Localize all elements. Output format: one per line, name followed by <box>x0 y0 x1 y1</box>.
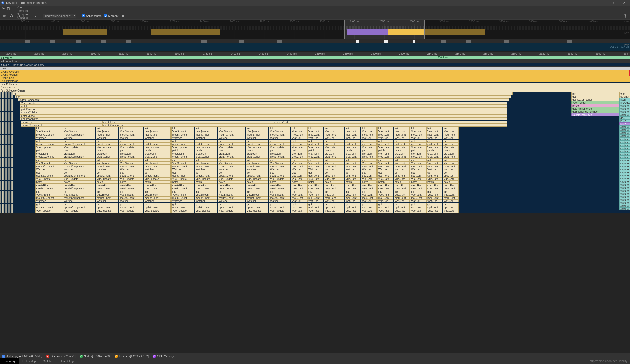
flame-cell[interactable]: capture <box>619 183 630 186</box>
flame-cell[interactable]: updat…nent <box>269 174 290 177</box>
flame-cell[interactable]: upd…ent <box>361 206 377 209</box>
flame-cell[interactable]: createElm <box>119 184 143 187</box>
flame-cell[interactable]: mou…ent <box>410 165 426 168</box>
flame-cell[interactable]: mount…nent <box>195 165 217 168</box>
flame-cell[interactable]: creat…onent <box>144 187 171 190</box>
flame-cell[interactable]: Vue._update <box>269 146 290 149</box>
flame-cell[interactable]: Vue…ate <box>377 146 393 149</box>
flame-cell[interactable]: crea…ent <box>394 155 410 158</box>
flame-cell[interactable]: Vue…unt <box>410 130 426 133</box>
flame-cell[interactable]: patch <box>307 149 323 152</box>
flame-cell[interactable]: Vue…ate <box>291 177 307 180</box>
flame-cell[interactable]: init <box>218 158 245 162</box>
flame-cell[interactable]: Watcher <box>144 136 171 139</box>
flame-cell[interactable]: Vue._update <box>269 177 290 180</box>
device-icon[interactable] <box>7 7 10 11</box>
flame-cell[interactable]: Run Microtasks <box>0 79 630 82</box>
flame-cell[interactable]: mou…ent <box>410 196 426 199</box>
flame-cell[interactable]: cre…Elm <box>377 152 393 155</box>
flame-cell[interactable]: Vue…unt <box>443 162 459 165</box>
flame-cell[interactable]: init <box>144 190 171 193</box>
flame-cell[interactable]: patch <box>218 212 245 213</box>
flame-cell[interactable]: Vue.$mount <box>144 162 171 165</box>
flame-cell[interactable]: updat…nent <box>195 174 217 177</box>
flame-cell[interactable]: patchVnode <box>20 108 507 111</box>
flame-cell[interactable]: Event: input <box>0 76 630 79</box>
flame-cell[interactable]: Wat…er <box>377 136 393 139</box>
flame-cell[interactable]: Vue.$mount <box>269 162 290 165</box>
flame-cell[interactable]: updat…nent <box>96 206 119 209</box>
flame-cell[interactable]: Vue…ate <box>361 177 377 180</box>
flame-cell[interactable]: get <box>291 203 307 206</box>
flame-cell[interactable]: cre…Elm <box>324 184 344 187</box>
flame-cell[interactable]: get <box>345 203 360 206</box>
flame-cell[interactable]: get <box>307 203 323 206</box>
flame-cell[interactable]: Vue._render <box>571 101 619 104</box>
flame-cell[interactable]: capture <box>619 156 630 159</box>
screenshots-checkbox[interactable]: Screenshots <box>82 14 101 17</box>
flame-cell[interactable]: creat…onent <box>96 155 119 158</box>
flame-cell[interactable]: creat…onent <box>119 155 143 158</box>
flame-cell[interactable]: Vue.$mount <box>269 193 290 196</box>
flame-cell[interactable]: updat…nent <box>171 143 194 146</box>
flame-cell[interactable]: get <box>35 171 63 174</box>
flame-cell[interactable]: patch <box>443 149 459 152</box>
flame-cell[interactable]: (anonymous) <box>619 95 630 98</box>
flame-cell[interactable]: Vue…ate <box>361 209 377 212</box>
flame-cell[interactable]: Vue._update <box>119 146 143 149</box>
flame-cell[interactable]: patch <box>426 149 442 152</box>
flame-cell[interactable]: updat…nent <box>144 174 171 177</box>
flame-cell[interactable]: upd…ent <box>410 206 426 209</box>
flame-cell[interactable]: Watcher <box>218 136 245 139</box>
flame-cell[interactable]: Vue…unt <box>394 162 410 165</box>
flame-cell[interactable]: Vue…ate <box>410 209 426 212</box>
flame-cell[interactable]: mountComponent <box>63 133 95 136</box>
flame-cell[interactable]: crea…ent <box>307 187 323 190</box>
flame-cell[interactable]: crea…ent <box>345 187 360 190</box>
flame-cell[interactable]: Watcher <box>195 136 217 139</box>
flame-cell[interactable]: mount…nent <box>119 196 143 199</box>
flame-cell[interactable]: get <box>218 140 245 143</box>
flame-cell[interactable]: get <box>144 171 171 174</box>
flame-cell[interactable]: init <box>171 158 194 162</box>
flame-cell[interactable]: crea…ent <box>410 187 426 190</box>
flame-cell[interactable]: mou…ent <box>307 133 323 136</box>
flame-cell[interactable]: updateChildren <box>20 111 507 114</box>
flame-cell[interactable]: Event: textInput <box>0 73 630 76</box>
flame-cell[interactable]: patch <box>291 149 307 152</box>
flame-cell[interactable]: mount…nent <box>269 133 290 136</box>
flame-cell[interactable]: mount…nent <box>171 133 194 136</box>
flame-cell[interactable]: updat…nent <box>246 143 268 146</box>
flame-cell[interactable]: mou…ent <box>394 133 410 136</box>
reload-record-button[interactable] <box>9 14 14 18</box>
flame-cell[interactable]: mou…ent <box>394 165 410 168</box>
flame-cell[interactable]: mountComponent <box>63 196 95 199</box>
flame-cell[interactable]: Vue._update <box>218 177 245 180</box>
flame-cell[interactable]: patch <box>269 212 290 213</box>
flame-cell[interactable]: createElm <box>35 184 63 187</box>
flame-cell[interactable]: patch <box>171 149 194 152</box>
flame-cell[interactable]: updateComponent <box>63 143 95 146</box>
flame-cell[interactable]: capture <box>619 165 630 168</box>
flame-cell[interactable]: Vue.$mount <box>218 162 245 165</box>
flame-cell[interactable]: patch <box>35 180 63 184</box>
flame-cell[interactable]: init <box>96 158 119 162</box>
flame-cell[interactable]: patch <box>35 149 63 152</box>
flame-cell[interactable]: Vue.$mount <box>63 193 95 196</box>
flame-cell[interactable]: get <box>96 171 119 174</box>
collect-garbage-button[interactable] <box>121 14 125 18</box>
flame-cell[interactable]: createElm <box>269 184 290 187</box>
interactions-lane[interactable]: ▶Interactions <box>0 60 630 63</box>
flame-cell[interactable]: crea…ent <box>443 155 459 158</box>
flame-cell[interactable]: capture <box>619 180 630 183</box>
flame-cell[interactable]: mou…ent <box>426 196 442 199</box>
flame-cell[interactable]: get <box>307 140 323 143</box>
flame-cell[interactable]: init <box>35 190 63 193</box>
flame-cell[interactable]: get <box>377 203 393 206</box>
flame-cell[interactable]: patch <box>246 180 268 184</box>
flame-cell[interactable]: Vue…unt <box>345 193 360 196</box>
flame-cell[interactable]: Watcher <box>63 168 95 171</box>
flame-cell[interactable]: patch <box>291 212 307 213</box>
load-profile-button[interactable] <box>26 14 31 18</box>
flame-cell[interactable]: Vue._update <box>63 209 95 212</box>
